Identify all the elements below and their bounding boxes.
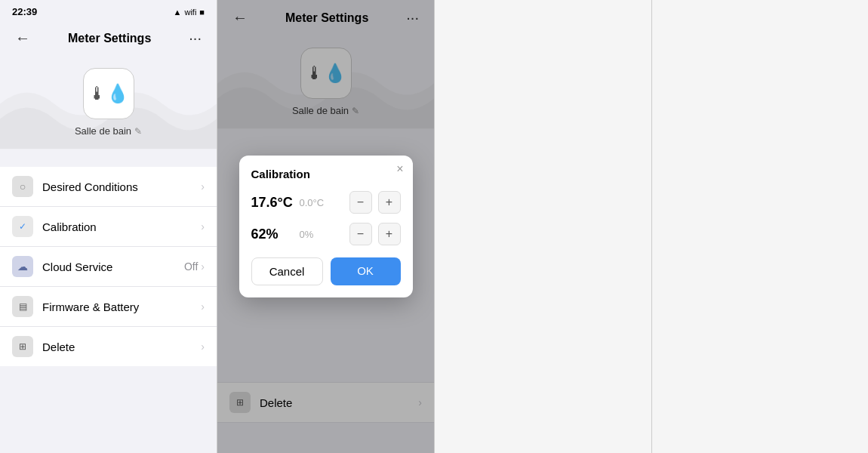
- device-icon-box-1: 🌡💧: [83, 68, 134, 119]
- dialog-humid-plus-button[interactable]: +: [378, 223, 401, 245]
- cloud-service-value: Off: [184, 260, 198, 273]
- dialog-humid-offset: 0%: [300, 229, 343, 240]
- signal-icon: ▲: [174, 8, 182, 17]
- ok-button[interactable]: OK: [331, 257, 401, 285]
- settings-item-delete[interactable]: ⊞ Delete ›: [0, 327, 217, 366]
- calibration-dialog: × Calibration 17.6°C 0.0°C − + 62% 0% − …: [239, 156, 413, 297]
- desired-conditions-icon: ○: [12, 176, 33, 197]
- dialog-humid-value: 62%: [251, 226, 294, 242]
- desired-conditions-label: Desired Conditions: [42, 180, 201, 193]
- settings-item-firmware-battery[interactable]: ▤ Firmware & Battery ›: [0, 287, 217, 327]
- dialog-temp-minus-button[interactable]: −: [349, 191, 372, 214]
- firmware-battery-icon: ▤: [12, 296, 33, 317]
- dialog-overlay: × Calibration 17.6°C 0.0°C − + 62% 0% − …: [217, 0, 434, 453]
- more-button-1[interactable]: ···: [186, 26, 205, 50]
- panel-1: 22:39 ▲ wifi ■ ← Meter Settings ··· 🌡💧 S…: [0, 0, 217, 453]
- delete-icon: ⊞: [12, 336, 33, 357]
- settings-item-calibration[interactable]: ✓ Calibration ›: [0, 207, 217, 247]
- status-icons: ▲ wifi ■: [174, 8, 205, 17]
- settings-section-1: ○ Desired Conditions › ✓ Calibration › ☁…: [0, 167, 217, 366]
- delete-chevron: ›: [201, 341, 205, 353]
- device-header-1: 🌡💧 Salle de bain ✎: [0, 56, 217, 152]
- calibration-icon: ✓: [12, 216, 33, 237]
- dialog-temp-row: 17.6°C 0.0°C − +: [251, 191, 401, 214]
- settings-list-1: ○ Desired Conditions › ✓ Calibration › ☁…: [0, 152, 217, 453]
- cloud-service-icon: ☁: [12, 256, 33, 277]
- dialog-title: Calibration: [251, 168, 401, 180]
- dialog-temp-plus-button[interactable]: +: [378, 191, 401, 214]
- dialog-humid-minus-button[interactable]: −: [349, 223, 372, 245]
- firmware-battery-chevron: ›: [201, 300, 205, 313]
- firmware-battery-label: Firmware & Battery: [42, 300, 201, 313]
- panel-3: [435, 0, 652, 453]
- battery-icon: ■: [199, 8, 205, 17]
- dialog-temp-value: 17.6°C: [251, 195, 294, 211]
- device-name-1: Salle de bain ✎: [75, 125, 142, 137]
- settings-item-desired-conditions[interactable]: ○ Desired Conditions ›: [0, 167, 217, 207]
- wifi-icon: wifi: [184, 8, 196, 17]
- list-gap-top: [0, 152, 217, 167]
- settings-item-cloud-service[interactable]: ☁ Cloud Service Off ›: [0, 247, 217, 287]
- status-time: 22:39: [12, 6, 37, 17]
- nav-bar-1: ← Meter Settings ···: [0, 20, 217, 56]
- cloud-service-chevron: ›: [201, 260, 205, 273]
- dialog-buttons: Cancel OK: [251, 257, 401, 285]
- cloud-service-label: Cloud Service: [42, 260, 184, 273]
- page-title-1: Meter Settings: [68, 32, 151, 45]
- cancel-button[interactable]: Cancel: [251, 257, 323, 285]
- edit-name-icon-1[interactable]: ✎: [134, 126, 142, 137]
- panel-2: ← Meter Settings ··· 🌡💧 Salle de bain ✎ …: [217, 0, 435, 453]
- back-button-1[interactable]: ←: [12, 26, 33, 50]
- panel-4: [652, 0, 869, 453]
- device-icon-1: 🌡💧: [88, 83, 129, 104]
- dialog-temp-offset: 0.0°C: [300, 197, 343, 208]
- status-bar-1: 22:39 ▲ wifi ■: [0, 0, 217, 20]
- calibration-chevron: ›: [201, 220, 205, 233]
- dialog-close-button[interactable]: ×: [396, 163, 403, 175]
- desired-conditions-chevron: ›: [201, 180, 205, 193]
- calibration-label: Calibration: [42, 220, 201, 233]
- dialog-humid-row: 62% 0% − +: [251, 223, 401, 245]
- delete-label: Delete: [42, 341, 201, 353]
